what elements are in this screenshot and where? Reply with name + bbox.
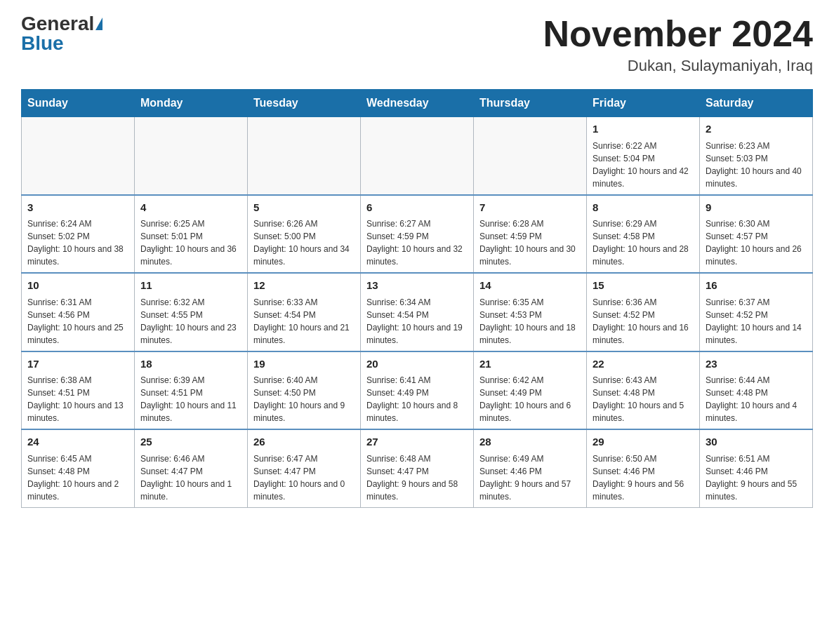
sunset-text: Sunset: 4:48 PM [706, 387, 807, 399]
sunrise-text: Sunrise: 6:31 AM [27, 296, 128, 309]
sunset-text: Sunset: 4:58 PM [593, 230, 694, 243]
sunrise-text: Sunrise: 6:32 AM [140, 296, 241, 309]
table-cell: 28Sunrise: 6:49 AMSunset: 4:46 PMDayligh… [474, 429, 587, 507]
table-cell: 25Sunrise: 6:46 AMSunset: 4:47 PMDayligh… [135, 429, 248, 507]
header-friday: Friday [587, 90, 700, 117]
sunrise-text: Sunrise: 6:42 AM [479, 374, 581, 387]
day-number: 18 [140, 356, 241, 373]
daylight-text: Daylight: 10 hours and 19 minutes. [366, 321, 468, 347]
table-cell: 2Sunrise: 6:23 AMSunset: 5:03 PMDaylight… [700, 117, 813, 195]
daylight-text: Daylight: 9 hours and 55 minutes. [706, 478, 807, 503]
table-cell: 27Sunrise: 6:48 AMSunset: 4:47 PMDayligh… [361, 429, 474, 507]
day-number: 7 [479, 200, 581, 216]
sunset-text: Sunset: 4:46 PM [706, 465, 807, 478]
sunset-text: Sunset: 4:51 PM [27, 387, 128, 399]
day-number: 26 [253, 434, 355, 450]
table-cell [248, 117, 361, 195]
sunset-text: Sunset: 4:49 PM [479, 387, 581, 399]
calendar-table: SundayMondayTuesdayWednesdayThursdayFrid… [21, 89, 813, 508]
sunrise-text: Sunrise: 6:30 AM [706, 217, 807, 230]
sunrise-text: Sunrise: 6:47 AM [253, 452, 355, 465]
sunset-text: Sunset: 4:47 PM [253, 465, 355, 478]
sunrise-text: Sunrise: 6:25 AM [140, 217, 241, 230]
daylight-text: Daylight: 10 hours and 18 minutes. [479, 321, 581, 347]
sunrise-text: Sunrise: 6:37 AM [706, 296, 807, 309]
table-cell: 7Sunrise: 6:28 AMSunset: 4:59 PMDaylight… [474, 195, 587, 274]
day-number: 5 [253, 200, 355, 216]
sunset-text: Sunset: 5:00 PM [253, 230, 355, 243]
day-number: 29 [593, 434, 694, 450]
table-cell: 14Sunrise: 6:35 AMSunset: 4:53 PMDayligh… [474, 273, 587, 351]
day-number: 11 [140, 278, 241, 294]
sunset-text: Sunset: 4:47 PM [366, 465, 468, 478]
daylight-text: Daylight: 10 hours and 4 minutes. [706, 399, 807, 424]
sunset-text: Sunset: 4:52 PM [706, 309, 807, 321]
sunset-text: Sunset: 4:48 PM [593, 387, 694, 399]
header-saturday: Saturday [700, 90, 813, 117]
sunset-text: Sunset: 4:46 PM [593, 465, 694, 478]
table-cell [361, 117, 474, 195]
day-number: 22 [593, 356, 694, 373]
sunrise-text: Sunrise: 6:35 AM [479, 296, 581, 309]
table-cell: 26Sunrise: 6:47 AMSunset: 4:47 PMDayligh… [248, 429, 361, 507]
table-cell: 22Sunrise: 6:43 AMSunset: 4:48 PMDayligh… [587, 351, 700, 430]
header-tuesday: Tuesday [248, 90, 361, 117]
daylight-text: Daylight: 9 hours and 57 minutes. [479, 478, 581, 503]
sunset-text: Sunset: 4:54 PM [366, 309, 468, 321]
sunrise-text: Sunrise: 6:40 AM [253, 374, 355, 387]
table-cell: 10Sunrise: 6:31 AMSunset: 4:56 PMDayligh… [22, 273, 135, 351]
table-cell: 13Sunrise: 6:34 AMSunset: 4:54 PMDayligh… [361, 273, 474, 351]
daylight-text: Daylight: 9 hours and 58 minutes. [366, 478, 468, 503]
sunrise-text: Sunrise: 6:48 AM [366, 452, 468, 465]
day-number: 10 [27, 278, 128, 294]
sunrise-text: Sunrise: 6:33 AM [253, 296, 355, 309]
sunset-text: Sunset: 5:03 PM [706, 152, 807, 165]
daylight-text: Daylight: 10 hours and 23 minutes. [140, 321, 241, 347]
week-row-3: 10Sunrise: 6:31 AMSunset: 4:56 PMDayligh… [22, 273, 813, 351]
day-number: 27 [366, 434, 468, 450]
week-row-2: 3Sunrise: 6:24 AMSunset: 5:02 PMDaylight… [22, 195, 813, 274]
table-cell: 11Sunrise: 6:32 AMSunset: 4:55 PMDayligh… [135, 273, 248, 351]
day-number: 24 [27, 434, 128, 450]
daylight-text: Daylight: 10 hours and 11 minutes. [140, 399, 241, 424]
sunrise-text: Sunrise: 6:43 AM [593, 374, 694, 387]
sunset-text: Sunset: 4:53 PM [479, 309, 581, 321]
sunset-text: Sunset: 4:54 PM [253, 309, 355, 321]
sunrise-text: Sunrise: 6:29 AM [593, 217, 694, 230]
sunset-text: Sunset: 4:59 PM [479, 230, 581, 243]
table-cell: 8Sunrise: 6:29 AMSunset: 4:58 PMDaylight… [587, 195, 700, 274]
logo-triangle-icon [95, 18, 102, 30]
day-number: 21 [479, 356, 581, 373]
sunrise-text: Sunrise: 6:46 AM [140, 452, 241, 465]
sunrise-text: Sunrise: 6:36 AM [593, 296, 694, 309]
sunrise-text: Sunrise: 6:38 AM [27, 374, 128, 387]
table-cell: 29Sunrise: 6:50 AMSunset: 4:46 PMDayligh… [587, 429, 700, 507]
sunrise-text: Sunrise: 6:39 AM [140, 374, 241, 387]
daylight-text: Daylight: 10 hours and 14 minutes. [706, 321, 807, 347]
day-number: 4 [140, 200, 241, 216]
table-cell [22, 117, 135, 195]
day-number: 8 [593, 200, 694, 216]
table-cell: 17Sunrise: 6:38 AMSunset: 4:51 PMDayligh… [22, 351, 135, 430]
sunrise-text: Sunrise: 6:22 AM [593, 140, 694, 152]
logo-blue-text: Blue [21, 34, 64, 53]
calendar-header-row: SundayMondayTuesdayWednesdayThursdayFrid… [22, 90, 813, 117]
week-row-1: 1Sunrise: 6:22 AMSunset: 5:04 PMDaylight… [22, 117, 813, 195]
sunset-text: Sunset: 4:59 PM [366, 230, 468, 243]
sunset-text: Sunset: 4:46 PM [479, 465, 581, 478]
sunrise-text: Sunrise: 6:34 AM [366, 296, 468, 309]
logo: General Blue [21, 14, 102, 53]
sunrise-text: Sunrise: 6:23 AM [706, 140, 807, 152]
sunrise-text: Sunrise: 6:50 AM [593, 452, 694, 465]
header-thursday: Thursday [474, 90, 587, 117]
table-cell: 6Sunrise: 6:27 AMSunset: 4:59 PMDaylight… [361, 195, 474, 274]
day-number: 6 [366, 200, 468, 216]
day-number: 12 [253, 278, 355, 294]
table-cell: 4Sunrise: 6:25 AMSunset: 5:01 PMDaylight… [135, 195, 248, 274]
week-row-5: 24Sunrise: 6:45 AMSunset: 4:48 PMDayligh… [22, 429, 813, 507]
day-number: 28 [479, 434, 581, 450]
table-cell: 20Sunrise: 6:41 AMSunset: 4:49 PMDayligh… [361, 351, 474, 430]
daylight-text: Daylight: 10 hours and 2 minutes. [27, 478, 128, 503]
daylight-text: Daylight: 10 hours and 32 minutes. [366, 243, 468, 268]
day-number: 30 [706, 434, 807, 450]
